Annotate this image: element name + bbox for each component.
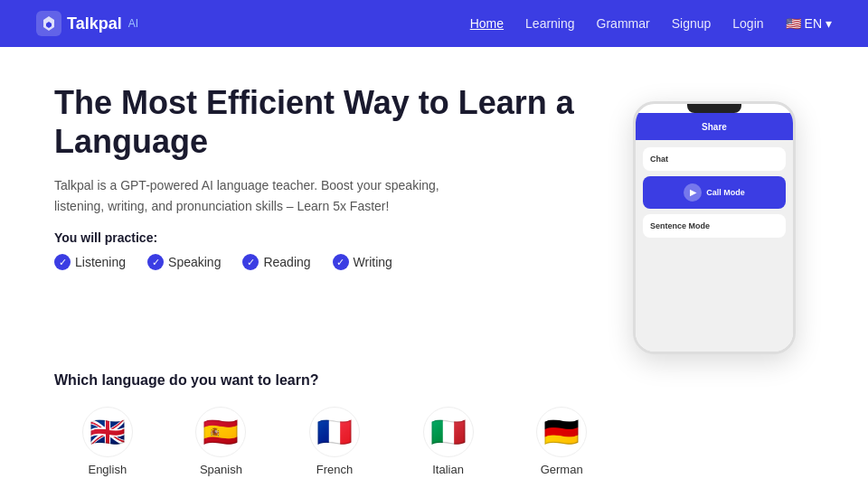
- lang-french-label: French: [316, 463, 353, 476]
- practice-speaking: ✓ Speaking: [147, 254, 221, 270]
- logo[interactable]: TalkpalAI: [36, 11, 138, 36]
- chevron-down-icon: ▾: [826, 16, 832, 31]
- hero-section: The Most Efficient Way to Learn a Langua…: [0, 47, 868, 372]
- logo-text: Talkpal: [67, 14, 122, 33]
- flag-french: 🇫🇷: [309, 407, 360, 457]
- language-grid: 🇬🇧 English 🇪🇸 Spanish 🇫🇷 French 🇮🇹 Itali…: [54, 407, 615, 488]
- practice-reading-label: Reading: [263, 255, 310, 269]
- nav-learning[interactable]: Learning: [525, 16, 575, 31]
- lang-spanish[interactable]: 🇪🇸 Spanish: [168, 407, 275, 476]
- practice-label: You will practice:: [54, 230, 597, 245]
- practice-reading: ✓ Reading: [242, 254, 310, 270]
- phone-mockup: Share Chat ▶ Call Mode Sentence Mode: [633, 101, 796, 354]
- lang-french[interactable]: 🇫🇷 French: [281, 407, 388, 476]
- nav-home[interactable]: Home: [470, 16, 504, 31]
- lang-italian-label: Italian: [432, 463, 464, 476]
- lang-spanish-label: Spanish: [200, 463, 242, 476]
- hero-right: Share Chat ▶ Call Mode Sentence Mode: [633, 83, 814, 354]
- logo-icon: [36, 11, 61, 36]
- check-icon: ✓: [54, 254, 71, 270]
- lang-english[interactable]: 🇬🇧 English: [54, 407, 161, 476]
- logo-suffix: AI: [128, 17, 138, 30]
- flag-italian: 🇮🇹: [423, 407, 474, 457]
- phone-notch: [687, 104, 741, 113]
- hero-title: The Most Efficient Way to Learn a Langua…: [54, 83, 597, 161]
- navigation: TalkpalAI Home Learning Grammar Signup L…: [0, 0, 868, 47]
- nav-signup[interactable]: Signup: [672, 16, 712, 31]
- language-section-title: Which language do you want to learn?: [54, 372, 814, 389]
- play-button[interactable]: ▶: [684, 183, 702, 202]
- nav-login[interactable]: Login: [732, 16, 763, 31]
- phone-screen: Share: [636, 113, 793, 140]
- check-icon: ✓: [147, 254, 164, 270]
- phone-chat-card: Chat: [643, 147, 786, 171]
- check-icon: ✓: [242, 254, 259, 270]
- lang-english-label: English: [88, 463, 127, 476]
- phone-body: Chat ▶ Call Mode Sentence Mode: [636, 140, 793, 352]
- language-selector[interactable]: 🇺🇸 EN ▾: [786, 16, 832, 31]
- lang-german-label: German: [541, 463, 583, 476]
- phone-sentence-card: Sentence Mode: [643, 214, 786, 238]
- hero-subtitle: Talkpal is a GPT-powered AI language tea…: [54, 175, 488, 216]
- practice-items: ✓ Listening ✓ Speaking ✓ Reading ✓ Writi…: [54, 254, 597, 270]
- phone-call-card: ▶ Call Mode: [643, 176, 786, 209]
- nav-grammar[interactable]: Grammar: [597, 16, 650, 31]
- practice-listening: ✓ Listening: [54, 254, 126, 270]
- practice-speaking-label: Speaking: [168, 255, 221, 269]
- practice-writing-label: Writing: [354, 255, 392, 269]
- check-icon: ✓: [333, 254, 349, 270]
- flag-german: 🇩🇪: [536, 407, 587, 457]
- lang-italian[interactable]: 🇮🇹 Italian: [395, 407, 502, 476]
- flag-english: 🇬🇧: [82, 407, 133, 457]
- lang-german[interactable]: 🇩🇪 German: [508, 407, 615, 476]
- practice-writing: ✓ Writing: [333, 254, 392, 270]
- language-section: Which language do you want to learn? 🇬🇧 …: [0, 372, 868, 488]
- hero-left: The Most Efficient Way to Learn a Langua…: [54, 83, 597, 270]
- flag-spanish: 🇪🇸: [195, 407, 246, 457]
- practice-listening-label: Listening: [75, 255, 126, 269]
- nav-links: Home Learning Grammar Signup Login 🇺🇸 EN…: [470, 16, 832, 31]
